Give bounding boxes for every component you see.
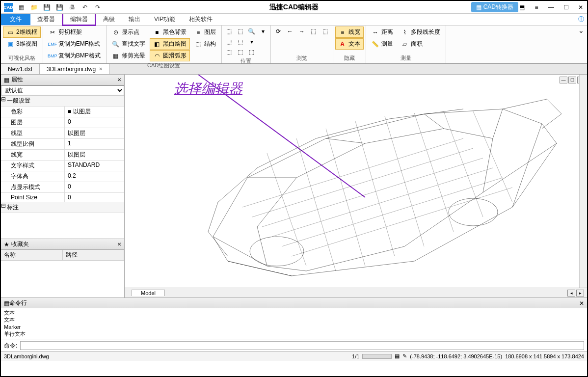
btn-2d-wireframe[interactable]: ▭2维线框 [3,27,41,38]
prop-row[interactable]: 线宽以图层 [1,150,124,161]
menu-file[interactable]: 文件 [1,14,30,25]
close-icon[interactable]: ✕ [576,3,585,12]
prop-val[interactable]: 0 [65,117,124,128]
pos-icon[interactable]: ⬚ [224,47,235,57]
prop-row[interactable]: 字体高0.2 [1,171,124,182]
pos-icon[interactable]: ⬚ [224,27,235,36]
prop-section-general[interactable]: ⊟一般设置 [1,96,124,107]
props-default-dropdown[interactable]: 默认值 [1,85,124,95]
favorites-list [1,261,124,297]
prop-section-anno[interactable]: ⊟标注 [1,202,124,213]
prop-row[interactable]: 点显示模式0 [1,182,124,193]
status-icon[interactable]: ✎ [402,353,407,359]
doc-tab-new1[interactable]: New1.dxf [1,64,40,74]
btn-distance[interactable]: ↔距离 [368,27,397,38]
prop-val[interactable]: STANDARD [65,161,124,171]
menu-editor[interactable]: 编辑器 [62,13,96,26]
prop-val[interactable]: 以图层 [65,150,124,160]
btn-structure[interactable]: ⬚结构 [191,38,219,50]
fav-col-name[interactable]: 名称 [1,250,63,260]
cad-converter-button[interactable]: ▦ CAD转换器 [471,2,518,12]
btn-cut-frame[interactable]: ✂剪切框架 [45,27,104,38]
minimize-icon[interactable]: — [547,3,556,12]
tab-close-icon[interactable]: ✕ [99,66,103,72]
prop-val[interactable]: 0 [65,182,124,192]
pos-icon[interactable]: ⬚ [235,47,246,57]
menu-output[interactable]: 输出 [122,14,147,25]
prop-row[interactable]: 图层0 [1,117,124,128]
menu-related[interactable]: 相关软件 [182,14,219,25]
panel-close-icon[interactable]: ✕ [117,77,121,82]
zoom-out-icon[interactable]: ▾ [246,37,257,47]
prop-row[interactable]: 线型以图层 [1,128,124,139]
btn-polyline-length[interactable]: ⌇多段线长度 [398,27,444,38]
browse-icon[interactable]: ⬚ [308,27,319,36]
prop-val[interactable]: 0 [65,193,124,202]
menu-viewer[interactable]: 查看器 [30,14,62,25]
menu-vip[interactable]: VIP功能 [147,14,182,25]
command-input[interactable] [20,341,584,350]
main-area: ▦ 属性 ✕ 默认值 ⊟一般设置 色彩■ 以图层图层0线型以图层线型比例1线宽以… [1,75,587,297]
doc-tab-lamborgini[interactable]: 3DLamborgini.dwg✕ [40,64,110,74]
menu-icon[interactable]: ≡ [532,3,541,12]
zoom-slider[interactable] [362,354,392,359]
prop-row[interactable]: Point Size0 [1,193,124,202]
btn-bw-draw[interactable]: ◧黑白绘图 [150,38,190,50]
prop-val[interactable]: 以图层 [65,128,124,138]
btn-show-point[interactable]: ⊙显示点 [108,27,149,38]
maximize-icon[interactable]: ☐ [561,3,570,12]
help-icon[interactable]: ⓘ [578,14,584,25]
forward-icon[interactable]: → [296,27,307,36]
collapse-icon[interactable]: ⊟ [1,96,6,106]
btn-line-width[interactable]: ≡线宽 [335,27,364,38]
prop-row[interactable]: 色彩■ 以图层 [1,107,124,117]
ribbon-collapse-icon[interactable]: ⌄ [575,26,587,63]
menu-advanced[interactable]: 高级 [96,14,122,25]
save-icon[interactable]: 💾 [55,3,64,12]
scroll-right-icon[interactable]: ▸ [576,290,584,296]
prop-val[interactable]: 0.2 [65,171,124,182]
canvas-area[interactable]: — ☐ ✕ 选择编辑器 [125,75,587,297]
svg-line-18 [414,113,454,232]
btn-text[interactable]: A文本 [335,38,364,50]
pos-icon[interactable]: ⬚ [246,47,257,57]
restore-icon[interactable]: ⬒ [517,3,526,12]
pos-icon[interactable]: ⬚ [235,37,246,47]
btn-3d-view[interactable]: ▣3维视图 [3,38,41,50]
btn-copy-emf[interactable]: EMF复制为EMF格式 [45,38,104,50]
new-icon[interactable]: ▦ [17,3,26,12]
back-icon[interactable]: ← [285,27,295,36]
prop-val[interactable]: ■ 以图层 [65,107,124,117]
btn-trim-halo[interactable]: ▦修剪光晕 [108,50,149,61]
panel-close-icon[interactable]: ✕ [117,242,121,247]
btn-measure[interactable]: 📏测量 [368,38,397,50]
status-icon[interactable]: ▦ [395,353,400,359]
btn-arc-smooth[interactable]: ◠圆滑弧形 [150,50,190,61]
save-icon[interactable]: 💾 [42,3,51,12]
collapse-icon[interactable]: ⊟ [1,202,6,213]
fav-col-path[interactable]: 路径 [63,250,125,260]
zoom-in-icon[interactable]: 🔍 [246,27,257,36]
pos-icon[interactable]: ▾ [258,27,268,36]
btn-copy-bmp[interactable]: BMP复制为BMP格式 [45,50,104,61]
redo-icon[interactable]: ↷ [93,3,102,12]
refresh-icon[interactable]: ⟳ [273,27,284,36]
browse-icon[interactable]: ⬚ [320,27,331,36]
pos-icon[interactable]: ⬚ [224,37,235,47]
btn-layer[interactable]: ≡图层 [191,27,219,38]
undo-icon[interactable]: ↶ [80,3,89,12]
panel-close-icon[interactable]: ✕ [579,300,584,307]
model-tab[interactable]: Model [132,290,165,296]
prop-row[interactable]: 文字样式STANDARD [1,161,124,171]
btn-black-bg[interactable]: ■黑色背景 [150,27,190,38]
print-icon[interactable]: 🖶 [68,3,77,12]
btn-area[interactable]: ▱面积 [398,38,444,50]
btn-find-text[interactable]: 🔍查找文字 [108,38,149,50]
scroll-left-icon[interactable]: ◂ [567,290,575,296]
vertical-scrollbar[interactable] [579,75,587,288]
prop-row[interactable]: 线型比例1 [1,139,124,150]
pos-icon[interactable] [258,37,268,47]
prop-val[interactable]: 1 [65,139,124,149]
open-icon[interactable]: 📁 [29,3,38,12]
pos-icon[interactable]: ⬚ [235,27,246,36]
